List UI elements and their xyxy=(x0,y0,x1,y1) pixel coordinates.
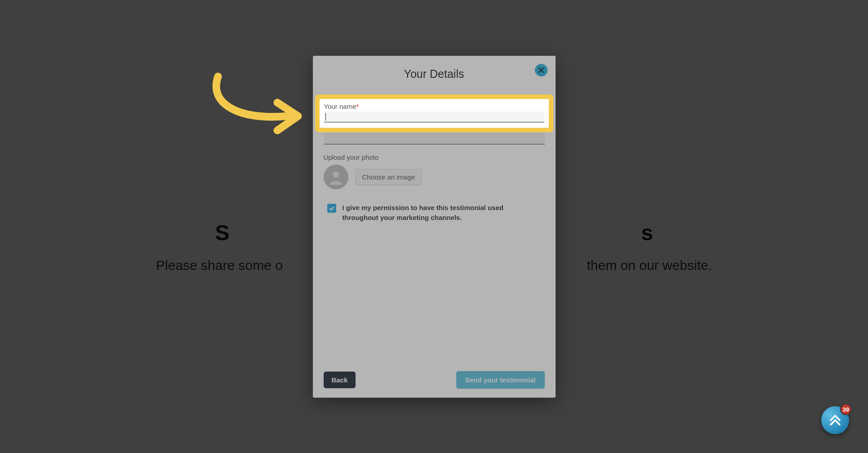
consent-row: I give my permission to have this testim… xyxy=(324,203,545,223)
submit-button[interactable]: Send your testimonial xyxy=(456,371,545,389)
close-icon xyxy=(538,67,544,73)
name-label: Your name* xyxy=(324,94,545,102)
close-button[interactable] xyxy=(535,64,548,76)
modal-body: Your name* Your email Upload your photo … xyxy=(313,90,556,364)
email-input[interactable] xyxy=(324,133,545,144)
upload-row: Choose an image xyxy=(324,165,545,189)
back-button[interactable]: Back xyxy=(324,372,356,388)
double-chevron-up-icon xyxy=(828,413,843,428)
name-label-text: Your name xyxy=(324,94,356,102)
email-field-group: Your email xyxy=(324,124,545,144)
modal-footer: Back Send your testimonial xyxy=(313,364,556,398)
checkmark-icon xyxy=(329,205,335,211)
name-field-group: Your name* xyxy=(324,94,545,115)
widget-badge: 39 xyxy=(840,404,852,415)
details-modal: Your Details Your name* Your email Uploa… xyxy=(313,56,556,398)
modal-header: Your Details xyxy=(313,56,556,90)
avatar-placeholder-icon xyxy=(327,168,345,186)
required-marker: * xyxy=(356,94,359,102)
consent-text: I give my permission to have this testim… xyxy=(343,203,541,223)
avatar-placeholder xyxy=(324,165,348,189)
modal-title: Your Details xyxy=(322,67,547,81)
svg-point-2 xyxy=(333,171,339,178)
choose-image-button[interactable]: Choose an image xyxy=(356,169,422,185)
email-label: Your email xyxy=(324,124,545,131)
name-input[interactable] xyxy=(324,103,545,115)
help-widget-button[interactable]: 39 xyxy=(821,406,849,434)
photo-field-group: Upload your photo Choose an image xyxy=(324,153,545,189)
photo-label: Upload your photo xyxy=(324,153,545,161)
consent-checkbox[interactable] xyxy=(327,204,336,213)
